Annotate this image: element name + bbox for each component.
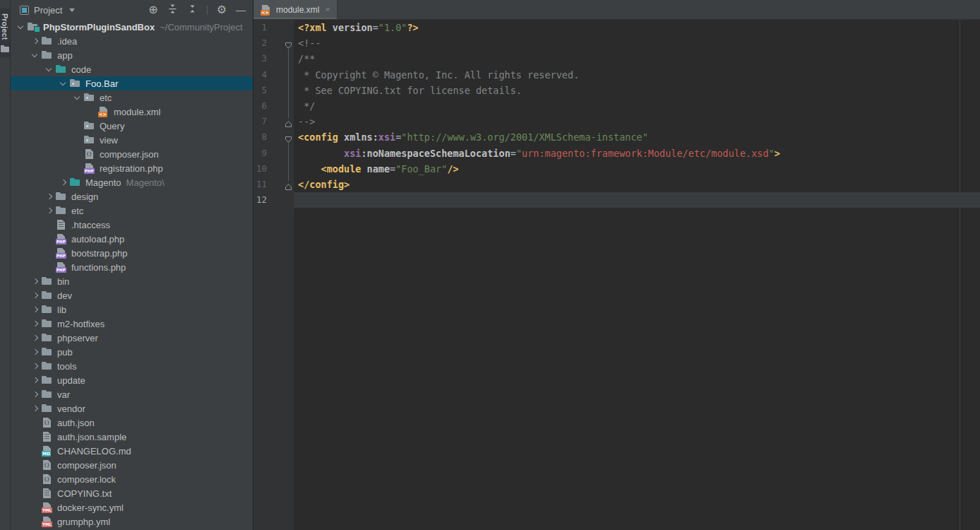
tree-item-bin[interactable]: bin [11,274,253,288]
settings-button[interactable]: ⚙ [217,4,227,16]
tree-item-app[interactable]: app [11,48,253,62]
tree-item-label: dev [57,290,72,301]
chevron-spacer [44,261,55,273]
expand-collapse-button[interactable] [187,4,198,16]
tree-item-docker-sync-yml[interactable]: YMLdocker-sync.yml [11,500,253,514]
tree-item-tools[interactable]: tools [11,359,253,373]
chevron-right-icon[interactable] [30,389,41,400]
tree-item-idea[interactable]: .idea [11,34,253,48]
file-php-icon: PHP [83,163,96,174]
tree-item-htaccess[interactable]: .htaccess [11,218,253,232]
file-xml-icon: <> [260,4,273,16]
chevron-down-icon[interactable] [16,21,27,33]
fold-end-icon[interactable] [285,180,292,188]
chevron-right-icon[interactable] [30,318,41,329]
tree-item-view[interactable]: view [11,133,253,147]
chevron-down-icon[interactable] [30,49,41,61]
chevron-right-icon[interactable] [30,290,41,301]
tree-item-query[interactable]: Query [11,119,253,133]
chevron-right-icon[interactable] [30,276,41,287]
chevron-right-icon[interactable] [30,360,41,372]
tree-item-grumphp-yml[interactable]: YMLgrumphp.yml [11,514,253,529]
tree-item-auth-json[interactable]: {}auth.json [11,416,253,430]
folder-source-icon [69,177,82,188]
project-tool-window-button[interactable]: Project [0,8,10,57]
tree-item-module-xml[interactable]: <>module.xml [11,105,253,119]
close-icon[interactable]: × [325,5,330,14]
code-line[interactable] [294,192,980,208]
select-opened-file-button[interactable]: ⊕ [148,4,157,16]
editor-tab-label: module.xml [276,5,319,15]
tree-item-bootstrap-php[interactable]: PHPbootstrap.php [11,246,253,260]
chevron-right-icon[interactable] [30,304,41,315]
tree-item-design[interactable]: design [11,189,253,204]
tree-item-registration-php[interactable]: PHPregistration.php [11,161,253,175]
chevron-right-icon[interactable] [58,177,69,188]
tree-item-phpstormpluginsandbox[interactable]: PhpStormPluginSandBox~/CommunityProject [11,20,253,34]
chevron-down-icon[interactable] [72,92,83,103]
chevron-right-icon[interactable] [44,205,55,216]
tree-item-foo-bar[interactable]: Foo.Bar [11,76,253,90]
ide-window: Project Project ⊕ ⚙ — PhpStormPluginSand… [0,0,980,530]
tree-item-label: composer.json [57,460,116,471]
tree-item-label: Foo.Bar [85,78,118,89]
code-line[interactable]: <?xml version="1.0"?> [294,20,980,35]
editor-code[interactable]: <?xml version="1.0"?><!--/** * Copyright… [294,20,980,530]
chevron-down-icon[interactable] [44,64,55,75]
project-view-selector[interactable]: Project [20,5,75,16]
code-line[interactable]: */ [294,98,980,114]
tree-item-label: bin [57,276,69,287]
tree-item-autoload-php[interactable]: PHPautoload.php [11,232,253,246]
chevron-right-icon[interactable] [30,332,41,343]
collapse-all-button[interactable] [167,4,178,16]
fold-start-icon[interactable] [285,133,292,141]
tree-item-etc[interactable]: etc [11,90,253,105]
code-line[interactable]: <config xmlns:xsi="http://www.w3.org/200… [294,129,980,145]
line-number: 10 [256,161,267,177]
tree-item-etc[interactable]: etc [11,204,253,218]
tree-item-changelog-md[interactable]: MDCHANGELOG.md [11,444,253,458]
tree-item-phpserver[interactable]: phpserver [11,331,253,345]
chevron-right-icon[interactable] [30,35,41,47]
tree-item-functions-php[interactable]: PHPfunctions.php [11,260,253,274]
fold-start-icon[interactable] [285,39,292,47]
tree-item-update[interactable]: update [11,373,253,387]
code-line[interactable]: /** [294,51,980,66]
tree-item-copying-txt[interactable]: COPYING.txt [11,486,253,500]
tree-item-code[interactable]: code [11,62,253,76]
code-line[interactable]: * See COPYING.txt for license details. [294,83,980,98]
code-line[interactable]: <!-- [294,35,980,51]
tree-item-dev[interactable]: dev [11,288,253,302]
tree-item-pub[interactable]: pub [11,345,253,359]
code-line[interactable]: * Copyright © Magento, Inc. All rights r… [294,67,980,83]
editor-tab-module-xml[interactable]: <> module.xml × [253,0,337,19]
tree-item-auth-json-sample[interactable]: auth.json.sample [11,430,253,444]
chevron-right-icon[interactable] [44,191,55,202]
code-line[interactable]: xsi:noNamespaceSchemaLocation="urn:magen… [294,146,980,161]
chevron-spacer [44,247,55,259]
tree-item-vendor[interactable]: vendor [11,401,253,416]
folder-icon [41,304,54,315]
code-line[interactable]: </config> [294,177,980,192]
chevron-right-icon[interactable] [30,375,41,386]
tree-item-label: .idea [57,36,77,47]
tree-item-path-suffix: Magento\ [126,177,165,188]
folder-icon [41,318,54,329]
code-line[interactable]: <module name="Foo_Bar"/> [294,161,980,177]
tree-item-composer-json[interactable]: {}composer.json [11,147,253,161]
code-editor[interactable]: 123456789101112 <?xml version="1.0"?><!-… [253,20,980,530]
tree-item-composer-json[interactable]: {}composer.json [11,458,253,472]
tree-item-var[interactable]: var [11,387,253,401]
tree-item-m2-hotfixes[interactable]: m2-hotfixes [11,317,253,331]
chevron-down-icon[interactable] [58,78,69,89]
chevron-right-icon[interactable] [30,403,41,414]
code-line[interactable]: --> [294,114,980,129]
file-yml-icon: YML [41,502,54,513]
tree-item-magento[interactable]: MagentoMagento\ [11,175,253,189]
fold-end-icon[interactable] [285,117,292,125]
tree-item-label: functions.php [71,262,126,273]
tree-item-composer-lock[interactable]: {}composer.lock [11,472,253,486]
hide-panel-button[interactable]: — [236,5,246,15]
chevron-right-icon[interactable] [30,346,41,358]
tree-item-lib[interactable]: lib [11,302,253,317]
